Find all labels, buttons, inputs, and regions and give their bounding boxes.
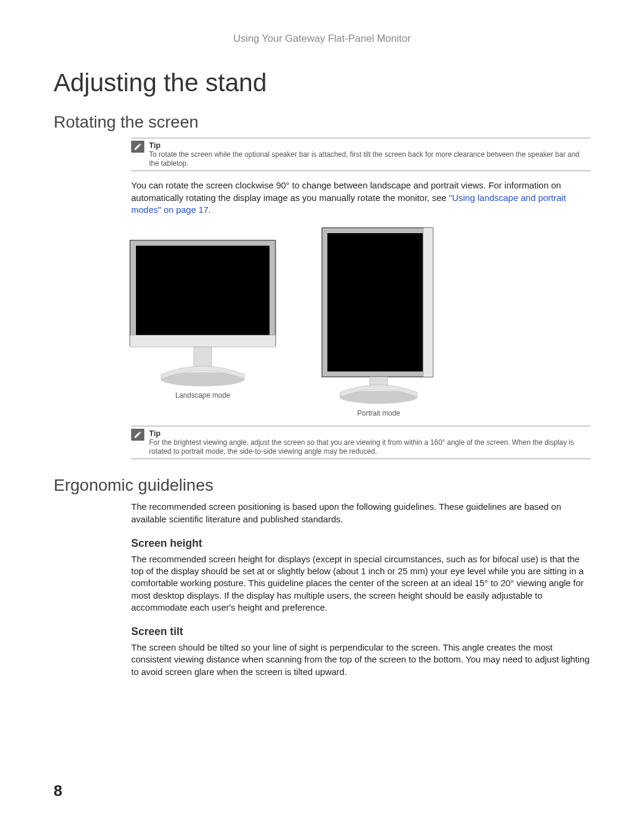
tip-icon bbox=[131, 141, 144, 153]
screen-tilt-heading: Screen tilt bbox=[131, 625, 590, 638]
monitor-images-row: Landscape mode Portrait mode bbox=[125, 225, 590, 417]
monitor-portrait-image bbox=[316, 225, 441, 404]
tip-icon bbox=[131, 429, 144, 441]
rotating-body-text: You can rotate the screen clockwise 90° … bbox=[131, 179, 590, 216]
screen-height-body: The recommended screen height for displa… bbox=[131, 553, 590, 614]
screen-tilt-body: The screen should be tilted so your line… bbox=[131, 642, 590, 678]
page-number: 8 bbox=[54, 782, 62, 800]
svg-rect-1 bbox=[136, 246, 270, 335]
tip-label: Tip bbox=[149, 141, 160, 150]
tip-label: Tip bbox=[149, 429, 160, 438]
caption-portrait: Portrait mode bbox=[357, 409, 400, 417]
tip-box-2: Tip For the brightest viewing angle, adj… bbox=[131, 426, 590, 459]
tip-text-1: To rotate the screen while the optional … bbox=[149, 150, 580, 168]
monitor-landscape-figure: Landscape mode bbox=[125, 225, 280, 417]
svg-rect-2 bbox=[130, 335, 275, 347]
ergonomic-intro: The recommended screen positioning is ba… bbox=[131, 501, 590, 525]
monitor-landscape-image bbox=[125, 225, 280, 386]
monitor-portrait-figure: Portrait mode bbox=[316, 225, 441, 417]
caption-landscape: Landscape mode bbox=[175, 391, 230, 400]
screen-height-heading: Screen height bbox=[131, 537, 590, 550]
page-title: Adjusting the stand bbox=[54, 69, 590, 97]
tip-text-2: For the brightest viewing angle, adjust … bbox=[149, 438, 574, 456]
page-header: Using Your Gateway Flat-Panel Monitor bbox=[54, 33, 590, 45]
tip-box-1: Tip To rotate the screen while the optio… bbox=[131, 138, 590, 171]
svg-rect-6 bbox=[423, 228, 433, 377]
svg-rect-7 bbox=[327, 233, 423, 371]
section-ergonomic-heading: Ergonomic guidelines bbox=[54, 476, 590, 495]
section-rotating-heading: Rotating the screen bbox=[54, 113, 590, 132]
svg-rect-3 bbox=[194, 347, 212, 368]
